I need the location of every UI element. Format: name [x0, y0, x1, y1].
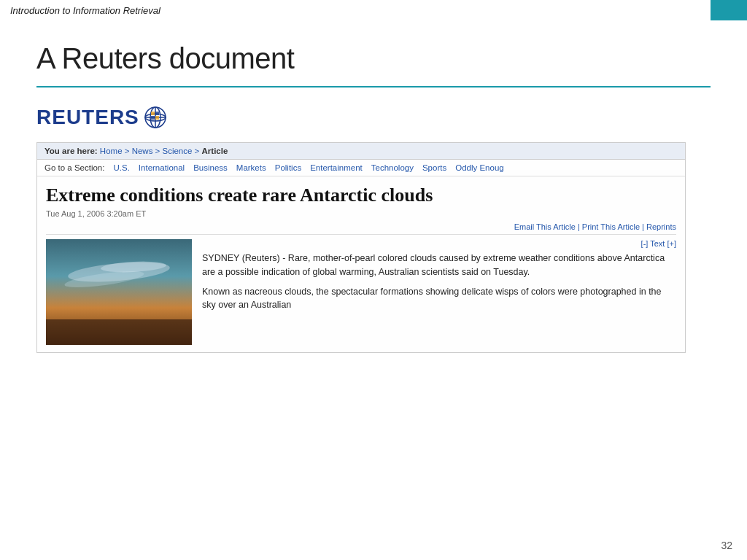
article-text-area: [-] Text [+] SYDNEY (Reuters) - Rare, mo…: [202, 239, 676, 345]
nav-bar: Go to a Section: U.S. International Busi…: [37, 160, 685, 176]
header-title: Introduction to Information Retrieval: [0, 1, 171, 20]
svg-rect-7: [151, 116, 155, 120]
nav-entertainment[interactable]: Entertainment: [310, 163, 363, 172]
article-date: Tue Aug 1, 2006 3:20am ET: [46, 209, 676, 218]
header-accent: [711, 0, 747, 20]
article-paragraph-1: SYDNEY (Reuters) - Rare, mother-of-pearl…: [202, 252, 676, 279]
slide-title: A Reuters document: [0, 20, 747, 86]
svg-rect-6: [155, 112, 159, 115]
top-bar: Introduction to Information Retrieval: [0, 0, 747, 20]
nav-technology[interactable]: Technology: [371, 163, 414, 172]
article-actions: Email This Article | Print This Article …: [46, 222, 676, 235]
svg-rect-13: [46, 319, 192, 345]
nav-section-label: Go to a Section:: [44, 163, 104, 172]
article-box: You are here: Home > News > Science > Ar…: [36, 142, 686, 353]
article-body-text: SYDNEY (Reuters) - Rare, mother-of-pearl…: [202, 252, 676, 312]
nav-markets[interactable]: Markets: [236, 163, 266, 172]
svg-rect-5: [151, 112, 155, 115]
article-paragraph-2: Known as nacreous clouds, the spectacula…: [202, 285, 676, 313]
title-underline: [36, 86, 711, 88]
article-content: Extreme conditions create rare Antarctic…: [37, 176, 685, 352]
reuters-globe-icon: [144, 106, 167, 129]
breadcrumb-path: Home > News > Science >: [100, 147, 202, 155]
content-area: REUTERS You are here: Home > News > Scie…: [0, 106, 747, 353]
breadcrumb-label: You are here:: [44, 147, 98, 155]
reuters-brand: REUTERS: [36, 106, 139, 129]
page-number: 32: [721, 540, 732, 551]
nav-oddly[interactable]: Oddly Enoug: [455, 163, 504, 172]
nav-sports[interactable]: Sports: [422, 163, 446, 172]
svg-rect-8: [155, 116, 159, 120]
article-image-svg: [46, 239, 192, 345]
nav-business[interactable]: Business: [193, 163, 228, 172]
article-headline: Extreme conditions create rare Antarctic…: [46, 184, 676, 206]
text-size-controls[interactable]: [-] Text [+]: [202, 239, 676, 248]
breadcrumb-current: Article: [202, 147, 228, 155]
nav-politics[interactable]: Politics: [275, 163, 301, 172]
reuters-logo: REUTERS: [36, 106, 711, 129]
article-image: [46, 239, 192, 345]
article-body: [-] Text [+] SYDNEY (Reuters) - Rare, mo…: [46, 239, 676, 345]
nav-international[interactable]: International: [139, 163, 185, 172]
breadcrumb-bar: You are here: Home > News > Science > Ar…: [37, 143, 685, 160]
nav-us[interactable]: U.S.: [113, 163, 129, 172]
